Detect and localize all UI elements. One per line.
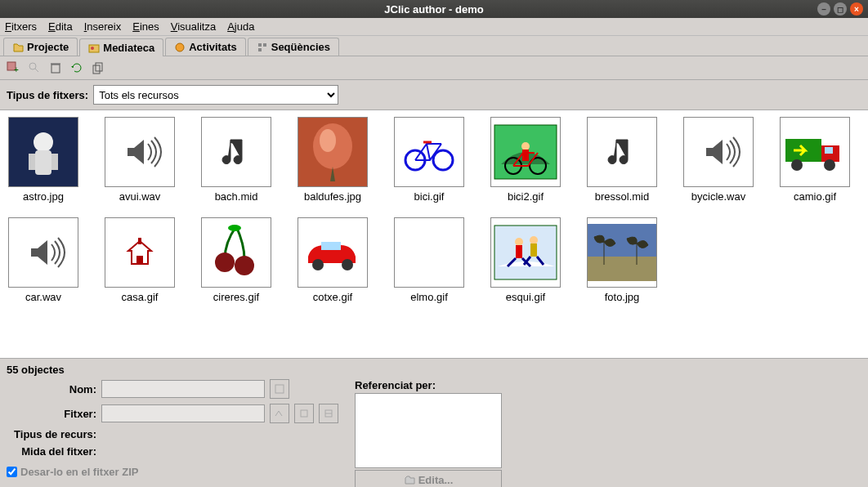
svg-point-43 [515, 238, 523, 246]
svg-rect-4 [263, 43, 266, 47]
svg-point-15 [34, 132, 53, 152]
svg-rect-0 [89, 45, 99, 52]
tab-activitats[interactable]: Activitats [165, 38, 246, 56]
media-item[interactable]: astro.jpg [7, 117, 80, 203]
media-item-label: bici2.gif [508, 190, 544, 203]
media-item[interactable]: bressol.mid [585, 117, 659, 203]
name-edit-button[interactable] [270, 379, 289, 399]
svg-rect-49 [275, 385, 284, 393]
file-action1-button[interactable] [294, 404, 314, 423]
svg-rect-5 [258, 48, 262, 51]
svg-rect-34 [136, 256, 143, 264]
thumbnail [105, 117, 175, 187]
export-button[interactable] [90, 60, 106, 76]
referenced-label: Referenciat per: [355, 379, 502, 391]
media-item[interactable]: avui.wav [103, 117, 177, 203]
thumbnail [8, 117, 78, 187]
file-input[interactable] [101, 404, 265, 422]
thumbnail [490, 217, 561, 288]
media-item[interactable]: cireres.gif [199, 217, 273, 303]
tab-seqüències[interactable]: Seqüències [248, 38, 339, 56]
svg-rect-50 [301, 410, 307, 417]
thumbnail [8, 217, 78, 288]
menu-visualitza[interactable]: Visualitza [171, 20, 216, 33]
menu-edita[interactable]: Edita [48, 20, 73, 33]
media-item[interactable]: cotxe.gif [296, 217, 369, 303]
tab-projecte[interactable]: Projecte [3, 38, 78, 56]
svg-rect-28 [522, 150, 529, 161]
zip-checkbox[interactable] [7, 467, 17, 477]
svg-point-38 [228, 225, 241, 231]
svg-line-9 [35, 69, 38, 72]
tab-mediateca[interactable]: Mediateca [79, 38, 163, 56]
media-item-label: bressol.mid [595, 190, 649, 203]
menu-ajuda[interactable]: Ajuda [227, 20, 254, 33]
thumbnail [490, 117, 561, 187]
svg-rect-10 [51, 65, 60, 73]
svg-rect-31 [825, 147, 833, 154]
svg-point-21 [320, 129, 336, 152]
maximize-button[interactable]: ◻ [834, 2, 847, 16]
media-item-label: casa.gif [122, 291, 159, 303]
media-gallery: astro.jpgavui.wavbach.midbaldufes.jpgbic… [0, 110, 868, 358]
close-button[interactable]: × [850, 2, 863, 16]
toolbar: + [0, 56, 868, 80]
folder-icon [404, 474, 415, 485]
thumbnail [780, 117, 850, 187]
file-browse-button[interactable] [270, 404, 289, 423]
media-item[interactable]: bici2.gif [489, 117, 562, 203]
media-item-label: car.wav [25, 291, 61, 303]
media-item[interactable]: casa.gif [103, 217, 177, 303]
thumbnail [394, 217, 464, 288]
menu-eines[interactable]: Eines [132, 20, 159, 33]
thumbnail [298, 117, 368, 187]
svg-text:+: + [14, 65, 19, 74]
media-item-label: baldufes.jpg [304, 190, 361, 203]
menubar: FitxersEditaInsereixEinesVisualitzaAjuda [0, 18, 868, 36]
svg-rect-12 [93, 65, 100, 74]
thumbnail [201, 217, 271, 288]
media-item[interactable]: bycicle.wav [682, 117, 755, 203]
menu-insereix[interactable]: Insereix [84, 20, 122, 33]
media-item-label: cireres.gif [213, 291, 259, 303]
menu-fitxers[interactable]: Fitxers [5, 20, 37, 33]
svg-rect-35 [138, 238, 141, 244]
minimize-button[interactable]: – [817, 2, 830, 16]
zip-label: Desar-lo en el fitxer ZIP [20, 466, 139, 478]
media-item[interactable]: car.wav [7, 217, 80, 303]
media-item-label: astro.jpg [23, 190, 64, 203]
media-item[interactable]: elmo.gif [392, 217, 466, 303]
media-item[interactable]: bici.gif [392, 117, 466, 203]
media-item[interactable]: baldufes.jpg [296, 117, 369, 203]
media-item[interactable]: foto.jpg [585, 217, 659, 303]
tab-bar: ProjecteMediatecaActivitatsSeqüències [0, 36, 868, 56]
svg-point-8 [29, 63, 36, 69]
media-item-label: bici.gif [414, 190, 445, 203]
zoom-button[interactable] [26, 60, 43, 76]
file-label: Fitxer: [7, 408, 96, 420]
svg-rect-39 [321, 242, 341, 250]
media-item-label: bach.mid [215, 190, 258, 203]
svg-rect-46 [530, 244, 537, 257]
media-item[interactable]: bach.mid [199, 117, 273, 203]
status-count: 55 objectes [7, 364, 861, 376]
name-label: Nom: [7, 383, 96, 395]
svg-rect-17 [29, 154, 35, 170]
media-item[interactable]: camio.gif [778, 117, 852, 203]
svg-point-27 [521, 142, 530, 150]
referenced-list[interactable] [355, 393, 502, 468]
refresh-button[interactable] [69, 60, 85, 76]
thumbnail [105, 217, 175, 288]
svg-point-2 [176, 43, 184, 51]
media-item-label: bycicle.wav [691, 190, 745, 203]
svg-point-23 [433, 150, 453, 170]
edit-button[interactable]: Edita... [355, 470, 502, 487]
new-media-button[interactable]: + [5, 60, 21, 76]
file-action2-button[interactable] [319, 404, 338, 423]
delete-button[interactable] [47, 60, 64, 76]
media-item[interactable]: esqui.gif [489, 217, 562, 303]
name-input[interactable] [101, 380, 265, 398]
media-item-label: cotxe.gif [313, 291, 352, 303]
thumbnail [683, 117, 754, 187]
filter-select[interactable]: Tots els recursos [93, 85, 338, 105]
